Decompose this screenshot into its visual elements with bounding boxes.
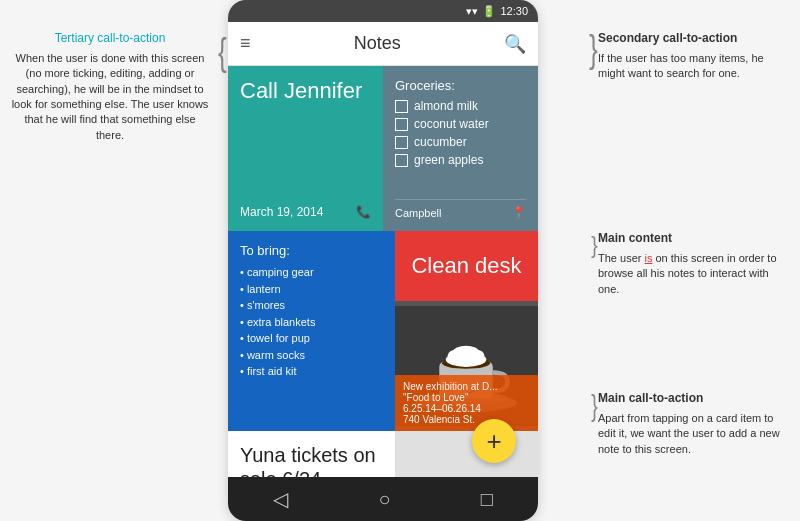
- list-item: • warm socks: [240, 347, 383, 364]
- recents-button[interactable]: □: [481, 488, 493, 511]
- fab-button[interactable]: +: [472, 419, 516, 463]
- brace-right-bot-icon: {: [591, 390, 598, 420]
- annotation-secondary-title: Secondary call-to-action: [598, 30, 788, 47]
- list-item: almond milk: [395, 99, 526, 113]
- phone-icon: 📞: [356, 205, 371, 219]
- app-bar-title: Notes: [263, 33, 492, 54]
- card-clean-desk[interactable]: Clean desk: [395, 231, 538, 301]
- photo-overlay-text: New exhibition at D..."Food to Love"6.25…: [403, 381, 498, 425]
- yuna-title: Yuna tickets on sale 6/24: [240, 443, 383, 477]
- annotation-secondary: Secondary call-to-action If the user has…: [598, 30, 788, 82]
- brace-left-icon: {: [218, 32, 227, 71]
- annotation-main-cta: Main call-to-action Apart from tapping o…: [598, 390, 788, 457]
- annotation-main-content: Main content The user is on this screen …: [598, 230, 788, 297]
- empty-bottom-right: [395, 431, 538, 477]
- location-icon: 📍: [512, 206, 526, 219]
- bottom-nav: ◁ ○ □: [228, 477, 538, 521]
- annotation-tertiary-body: When the user is done with this screen (…: [10, 51, 210, 143]
- list-item: cucumber: [395, 135, 526, 149]
- app-bar: ≡ Notes 🔍: [228, 22, 538, 66]
- card-call-jennifer[interactable]: Call Jennifer March 19, 2014 📞: [228, 66, 383, 231]
- home-button[interactable]: ○: [378, 488, 390, 511]
- phone-shell: ▾▾ 🔋 12:30 ≡ Notes 🔍 Call Jennifer March…: [228, 0, 538, 521]
- card-call-title: Call Jennifer: [240, 78, 371, 104]
- annotation-main-content-title: Main content: [598, 230, 788, 247]
- annotation-main-cta-title: Main call-to-action: [598, 390, 788, 407]
- list-item: • s'mores: [240, 297, 383, 314]
- svg-point-8: [453, 346, 479, 359]
- battery-icon: 🔋: [482, 5, 496, 18]
- checkbox-almond-milk[interactable]: [395, 100, 408, 113]
- wifi-icon: ▾▾: [466, 5, 478, 18]
- card-photo[interactable]: New exhibition at D..."Food to Love"6.25…: [395, 301, 538, 431]
- card-groceries[interactable]: Groceries: almond milk coconut water cuc…: [383, 66, 538, 231]
- list-item: • towel for pup: [240, 330, 383, 347]
- card-yuna[interactable]: Yuna tickets on sale 6/24 May 24, 2014 📅: [228, 431, 395, 477]
- checkbox-green-apples[interactable]: [395, 154, 408, 167]
- search-icon[interactable]: 🔍: [504, 33, 526, 55]
- annotation-main-content-body: The user is on this screen in order to b…: [598, 251, 788, 297]
- card-call-date: March 19, 2014 📞: [240, 205, 371, 219]
- status-bar: ▾▾ 🔋 12:30: [228, 0, 538, 22]
- annotation-main-cta-body: Apart from tapping on a card item to edi…: [598, 411, 788, 457]
- notes-row-1: Call Jennifer March 19, 2014 📞 Groceries…: [228, 66, 538, 231]
- list-item: coconut water: [395, 117, 526, 131]
- checkbox-coconut-water[interactable]: [395, 118, 408, 131]
- back-button[interactable]: ◁: [273, 487, 288, 511]
- notes-row-2: To bring: • camping gear • lantern • s'm…: [228, 231, 538, 431]
- list-item: • extra blankets: [240, 314, 383, 331]
- fab-icon: +: [486, 426, 501, 457]
- card-to-bring[interactable]: To bring: • camping gear • lantern • s'm…: [228, 231, 395, 431]
- checkbox-cucumber[interactable]: [395, 136, 408, 149]
- photo-overlay: New exhibition at D..."Food to Love"6.25…: [395, 375, 538, 431]
- list-item: • camping gear: [240, 264, 383, 281]
- brace-right-top-icon: {: [589, 29, 598, 68]
- status-time: 12:30: [500, 5, 528, 17]
- annotation-tertiary: Tertiary call-to-action When the user is…: [10, 30, 210, 143]
- annotation-secondary-body: If the user has too many items, he might…: [598, 51, 788, 82]
- list-item: green apples: [395, 153, 526, 167]
- groceries-footer: Campbell 📍: [395, 199, 526, 219]
- list-item: • first aid kit: [240, 363, 383, 380]
- brace-right-mid-icon: {: [591, 233, 598, 257]
- list-item: • lantern: [240, 281, 383, 298]
- tobring-title: To bring:: [240, 243, 383, 258]
- menu-icon[interactable]: ≡: [240, 33, 251, 54]
- annotation-tertiary-title: Tertiary call-to-action: [10, 30, 210, 47]
- groceries-title: Groceries:: [395, 78, 526, 93]
- right-col: Clean desk: [395, 231, 538, 431]
- notes-grid: Call Jennifer March 19, 2014 📞 Groceries…: [228, 66, 538, 477]
